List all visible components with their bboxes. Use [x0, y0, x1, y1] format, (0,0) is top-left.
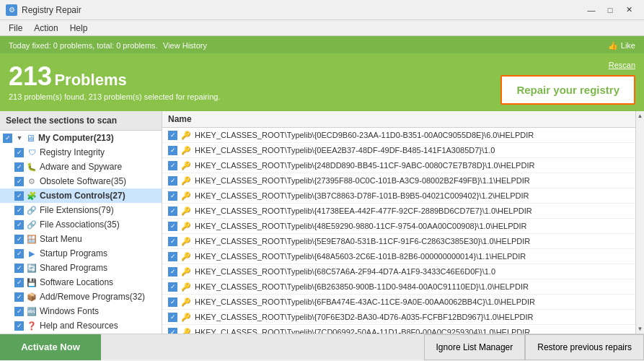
- activate-button[interactable]: Activate Now: [0, 334, 101, 360]
- tree-item-startup[interactable]: ✓ ▶ Startup Programs: [0, 246, 162, 261]
- checkbox-help[interactable]: ✓: [14, 321, 24, 331]
- row-checkbox-0[interactable]: ✓: [168, 131, 177, 140]
- list-item[interactable]: ✓ 🔑 HKEY_CLASSES_ROOT\Typelib\{41738EEA-…: [162, 204, 635, 219]
- problems-detail: 213 problem(s) found, 213 problem(s) sel…: [9, 92, 220, 101]
- checkbox-adware[interactable]: ✓: [14, 162, 24, 172]
- tree-item-help[interactable]: ✓ ❓ Help and Resources: [0, 318, 162, 333]
- row-checkbox-12[interactable]: ✓: [168, 313, 177, 322]
- shield-icon: 🛡: [26, 147, 38, 158]
- problems-headline: 213 Problems: [9, 64, 220, 90]
- row-checkbox-2[interactable]: ✓: [168, 161, 177, 170]
- like-button[interactable]: 👍 Like: [608, 41, 635, 51]
- checkbox-obsolete[interactable]: ✓: [14, 177, 24, 186]
- checkbox-startup[interactable]: ✓: [14, 249, 24, 258]
- left-panel: Select the sections to scan ✓ ▼ 🖥 My Com…: [0, 111, 162, 334]
- minimize-button[interactable]: —: [582, 3, 601, 17]
- tree-item-obsolete[interactable]: ✓ ⚙ Obsolete Software(35): [0, 174, 162, 188]
- row-checkbox-11[interactable]: ✓: [168, 297, 177, 307]
- scrollbar-right[interactable]: ▲ ▼: [635, 111, 644, 334]
- tree-item-softloc[interactable]: ✓ 💾 Software Locations: [0, 275, 162, 290]
- tree-item-fonts[interactable]: ✓ 🔤 Windows Fonts: [0, 304, 162, 318]
- row-checkbox-3[interactable]: ✓: [168, 176, 177, 186]
- list-item[interactable]: ✓ 🔑 HKEY_CLASSES_ROOT\Typelib\{6B263850-…: [162, 279, 635, 295]
- checkbox-fileext[interactable]: ✓: [14, 206, 24, 215]
- tree-item-shared[interactable]: ✓ 🔄 Shared Programs: [0, 261, 162, 275]
- share-icon: 🔄: [26, 262, 38, 274]
- list-item[interactable]: ✓ 🔑 HKEY_CLASSES_ROOT\Typelib\{7CD06992-…: [162, 325, 635, 334]
- left-panel-header: Select the sections to scan: [0, 111, 162, 131]
- title-bar-left: ⚙ Registry Repair: [6, 4, 81, 16]
- problems-label: Problems: [54, 71, 126, 89]
- list-item[interactable]: ✓ 🔑 HKEY_CLASSES_ROOT\Typelib\{48E59290-…: [162, 219, 635, 234]
- checkbox-custom[interactable]: ✓: [14, 191, 24, 201]
- checkbox-addremove[interactable]: ✓: [14, 292, 24, 302]
- menu-help[interactable]: Help: [64, 22, 94, 35]
- list-item[interactable]: ✓ 🔑 HKEY_CLASSES_ROOT\Typelib\{0ECD9B60-…: [162, 128, 635, 143]
- tree-item-registry-integrity[interactable]: ✓ 🛡 Registry Integrity: [0, 145, 162, 160]
- list-item[interactable]: ✓ 🔑 HKEY_CLASSES_ROOT\Typelib\{648A5603-…: [162, 249, 635, 264]
- registry-icon-3: 🔑: [180, 175, 192, 186]
- checkbox-fonts[interactable]: ✓: [14, 307, 24, 316]
- row-text-7: HKEY_CLASSES_ROOT\Typelib\{5E9E78A0-531B…: [195, 237, 530, 245]
- app-icon: ⚙: [6, 4, 17, 16]
- list-area[interactable]: ✓ 🔑 HKEY_CLASSES_ROOT\Typelib\{0ECD9B60-…: [162, 128, 635, 334]
- list-item[interactable]: ✓ 🔑 HKEY_CLASSES_ROOT\Typelib\{70F6E3D2-…: [162, 310, 635, 325]
- repair-button[interactable]: Repair your registry: [500, 75, 635, 105]
- tree-item-mycomputer[interactable]: ✓ ▼ 🖥 My Computer(213): [0, 131, 162, 145]
- row-text-5: HKEY_CLASSES_ROOT\Typelib\{41738EEA-442F…: [195, 206, 532, 215]
- assoc-icon: 🔗: [26, 219, 38, 230]
- ignore-list-button[interactable]: Ignore List Manager: [424, 334, 526, 360]
- row-checkbox-8[interactable]: ✓: [168, 252, 177, 261]
- row-text-3: HKEY_CLASSES_ROOT\Typelib\{27395F88-0C0C…: [195, 176, 530, 185]
- row-checkbox-10[interactable]: ✓: [168, 282, 177, 292]
- list-item[interactable]: ✓ 🔑 HKEY_CLASSES_ROOT\Typelib\{3B7C8863-…: [162, 188, 635, 204]
- registry-icon-0: 🔑: [180, 129, 192, 141]
- tree-item-addremove[interactable]: ✓ 📦 Add/Remove Programs(32): [0, 290, 162, 304]
- row-checkbox-6[interactable]: ✓: [168, 222, 177, 231]
- tree-item-sounds[interactable]: ✓ 🔊 Sounds and Appevents: [0, 333, 162, 334]
- registry-icon-2: 🔑: [180, 160, 192, 171]
- list-item[interactable]: ✓ 🔑 HKEY_CLASSES_ROOT\Typelib\{68C57A6A-…: [162, 264, 635, 279]
- row-checkbox-5[interactable]: ✓: [168, 206, 177, 216]
- view-history-link[interactable]: View History: [163, 41, 207, 50]
- registry-icon-11: 🔑: [180, 296, 192, 308]
- menu-action[interactable]: Action: [28, 22, 63, 35]
- tree-item-fileext[interactable]: ✓ 🔗 File Extensions(79): [0, 203, 162, 217]
- registry-icon-1: 🔑: [180, 144, 192, 156]
- restore-repairs-button[interactable]: Restore previous repairs: [525, 334, 644, 360]
- right-panel: Name ✓ 🔑 HKEY_CLASSES_ROOT\Typelib\{0ECD…: [162, 111, 635, 334]
- checkbox-shared[interactable]: ✓: [14, 264, 24, 273]
- menu-file[interactable]: File: [3, 22, 28, 35]
- close-button[interactable]: ✕: [619, 3, 638, 17]
- help-icon: ❓: [26, 320, 38, 331]
- row-checkbox-7[interactable]: ✓: [168, 237, 177, 246]
- tree-item-custom[interactable]: ✓ 🧩 Custom Controls(27): [0, 188, 162, 203]
- expand-mycomputer[interactable]: ▼: [14, 133, 25, 143]
- list-item[interactable]: ✓ 🔑 HKEY_CLASSES_ROOT\Typelib\{5E9E78A0-…: [162, 234, 635, 249]
- row-checkbox-4[interactable]: ✓: [168, 191, 177, 201]
- row-text-6: HKEY_CLASSES_ROOT\Typelib\{48E59290-9880…: [195, 222, 526, 230]
- tree-area[interactable]: ✓ ▼ 🖥 My Computer(213) ✓ 🛡 Registry Inte…: [0, 131, 162, 334]
- row-checkbox-1[interactable]: ✓: [168, 146, 177, 155]
- checkbox-softloc[interactable]: ✓: [14, 278, 24, 287]
- list-item[interactable]: ✓ 🔑 HKEY_CLASSES_ROOT\Typelib\{6FBA474E-…: [162, 295, 635, 310]
- tree-item-startmenu[interactable]: ✓ 🪟 Start Menu: [0, 232, 162, 246]
- checkbox-registry-integrity[interactable]: ✓: [14, 148, 24, 157]
- checkbox-fileassoc[interactable]: ✓: [14, 220, 24, 230]
- list-item[interactable]: ✓ 🔑 HKEY_CLASSES_ROOT\Typelib\{27395F88-…: [162, 173, 635, 188]
- checkbox-mycomputer[interactable]: ✓: [3, 134, 12, 143]
- maximize-button[interactable]: □: [601, 3, 619, 17]
- tree-item-adware[interactable]: ✓ 🐛 Adware and Spyware: [0, 160, 162, 174]
- title-bar: ⚙ Registry Repair — □ ✕: [0, 0, 644, 20]
- rescan-link[interactable]: Rescan: [609, 61, 635, 69]
- top-banner: Today fixed: 0 problems, total: 0 proble…: [0, 36, 644, 53]
- list-item[interactable]: ✓ 🔑 HKEY_CLASSES_ROOT\Typelib\{248DD890-…: [162, 158, 635, 173]
- tree-item-fileassoc[interactable]: ✓ 🔗 File Associations(35): [0, 217, 162, 232]
- checkbox-startmenu[interactable]: ✓: [14, 235, 24, 244]
- row-checkbox-9[interactable]: ✓: [168, 267, 177, 277]
- label-adware: Adware and Spyware: [40, 162, 122, 172]
- row-checkbox-13[interactable]: ✓: [168, 328, 177, 334]
- list-item[interactable]: ✓ 🔑 HKEY_CLASSES_ROOT\Typelib\{0EEA2B37-…: [162, 143, 635, 158]
- header-section: 213 Problems 213 problem(s) found, 213 p…: [0, 53, 644, 111]
- row-text-12: HKEY_CLASSES_ROOT\Typelib\{70F6E3D2-BA30…: [195, 313, 534, 321]
